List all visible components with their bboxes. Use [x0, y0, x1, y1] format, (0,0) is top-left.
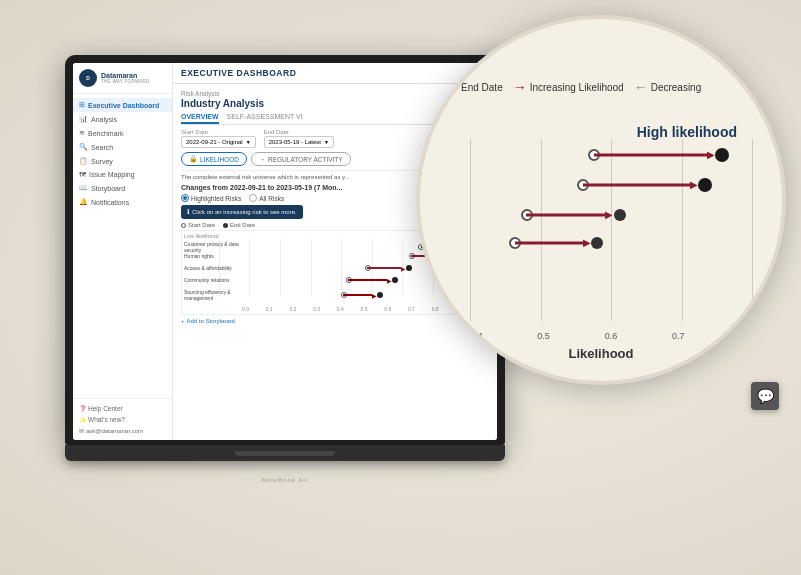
end-date-field: End Date 2023-05-19 - Latest ▼ [264, 129, 334, 148]
laptop-label: NoteBook Air [261, 477, 308, 483]
add-storyboard-link[interactable]: + Add to Storyboard [181, 318, 489, 324]
logo-subtext: THE WAY FORWARD [101, 79, 150, 84]
sidebar-item-storyboard[interactable]: 📖 Storyboard [73, 181, 172, 195]
regulatory-button[interactable]: → REGULATORY ACTIVITY [251, 152, 351, 166]
nav-label: Issue Mapping [89, 171, 135, 178]
x-axis-label: Likelihood [569, 346, 634, 361]
nav-label: Survey [91, 158, 113, 165]
chart-data-row: ▶ [470, 147, 752, 163]
topbar: EXECUTIVE DASHBOARD [173, 63, 497, 84]
chevron-down-icon: ▼ [246, 139, 251, 145]
laptop-hinge [235, 451, 335, 456]
logo-text: Datamaran [101, 72, 150, 79]
nav-label: Executive Dashboard [88, 102, 159, 109]
legend-end: End Date [223, 222, 255, 228]
sidebar-item-notifications[interactable]: 🔔 Notifications [73, 195, 172, 209]
chart-data-row: ▶ [470, 177, 752, 193]
nav-label: Benchmark [88, 130, 123, 137]
chevron-down-icon: ▼ [324, 139, 329, 145]
plus-icon: + [181, 318, 185, 324]
chat-icon: 💬 [757, 388, 774, 404]
end-date-select[interactable]: 2023-05-19 - Latest ▼ [264, 136, 334, 148]
risk-label: Access & affordability [184, 265, 244, 271]
info-box[interactable]: ℹ Click on an increasing risk to see mor… [181, 205, 303, 219]
zoomed-chart-area: ▶ ▶ [470, 139, 752, 321]
sidebar-item-executive-dashboard[interactable]: ⊞ Executive Dashboard [73, 98, 172, 112]
nav-label: Analysis [91, 116, 117, 123]
radio-highlighted[interactable]: Highlighted Risks [181, 194, 241, 202]
sidebar-email[interactable]: ✉ ask@datamaran.com [73, 425, 172, 436]
sidebar-item-issue-mapping[interactable]: 🗺 Issue Mapping [73, 168, 172, 181]
sidebar-item-search[interactable]: 🔍 Search [73, 140, 172, 154]
magnified-circle: End Date → Increasing Likelihood ← Decre… [416, 15, 786, 385]
risk-label: Sourcing efficiency & management [184, 289, 244, 301]
legend-end-date: End Date [450, 82, 503, 93]
nav-label: Search [91, 144, 113, 151]
start-date-select[interactable]: 2022-09-21 - Original ▼ [181, 136, 256, 148]
nav-label: Storyboard [91, 185, 125, 192]
legend-increasing: → Increasing Likelihood [513, 79, 624, 95]
arrow-icon: → [259, 156, 266, 163]
sidebar-footer: ❓ Help Center ✨ What's new? ✉ ask@datama… [73, 398, 172, 440]
sidebar-whats-new[interactable]: ✨ What's new? [73, 414, 172, 425]
sidebar-item-survey[interactable]: 📋 Survey [73, 154, 172, 168]
sidebar-logo: D Datamaran THE WAY FORWARD [73, 63, 172, 94]
section-label: Risk Analysis [181, 90, 489, 97]
sidebar-help-center[interactable]: ❓ Help Center [73, 403, 172, 414]
tab-self-assessment[interactable]: SELF-ASSESSMENT VI [227, 113, 303, 124]
risk-label: Customer privacy & data security [184, 241, 244, 253]
legend-decreasing: ← Decreasing [634, 79, 702, 95]
radio-all-risks[interactable]: All Risks [249, 194, 284, 202]
start-date-field: Start Date 2022-09-21 - Original ▼ [181, 129, 256, 148]
risk-label: Community relations [184, 277, 244, 283]
low-likelihood-label: Low likelihood [184, 233, 219, 239]
chart-data-row: ▶ [470, 207, 752, 223]
chart-data-row: ▶ [470, 235, 752, 251]
risk-label: Human rights [184, 253, 244, 259]
sidebar-item-analysis[interactable]: 📊 Analysis [73, 112, 172, 126]
tab-overview[interactable]: OVERVIEW [181, 113, 219, 124]
legend-start: Start Date [181, 222, 215, 228]
sidebar-item-benchmark[interactable]: ≋ Benchmark [73, 126, 172, 140]
topbar-title: EXECUTIVE DASHBOARD [181, 68, 296, 78]
lock-icon: 🔒 [189, 155, 198, 163]
nav-label: Notifications [91, 199, 129, 206]
info-icon: ℹ [187, 208, 190, 216]
high-likelihood-label: High likelihood [637, 124, 737, 140]
feedback-button[interactable]: 💬 [751, 382, 779, 410]
likelihood-button[interactable]: 🔒 LIKELIHOOD [181, 152, 247, 166]
sidebar: D Datamaran THE WAY FORWARD ⊞ Executive … [73, 63, 173, 440]
